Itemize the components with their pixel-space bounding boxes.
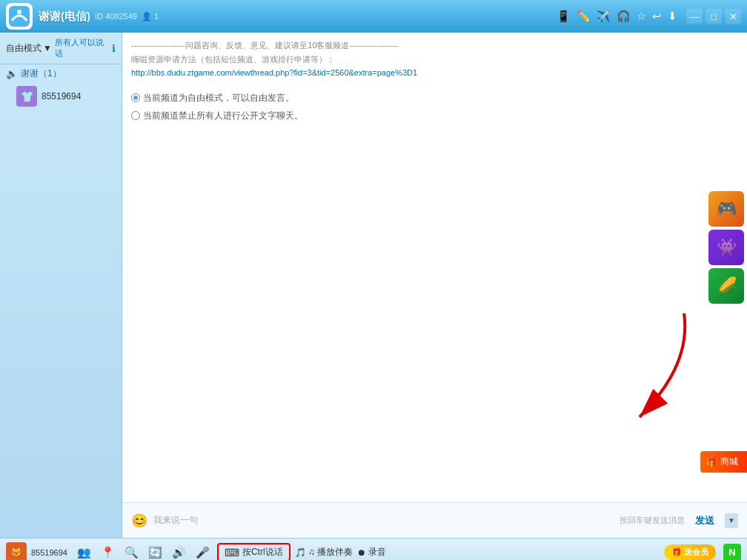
member-list-item[interactable]: 👕 85519694: [0, 83, 122, 110]
radio-dot-1: [131, 93, 140, 102]
music-label: ♫ 播放伴奏: [308, 546, 353, 559]
channel-mode-info: 当前频道为自由模式，可以自由发言。 当前频道禁止所有人进行公开文字聊天。: [131, 89, 738, 124]
location-icon[interactable]: 📍: [99, 543, 118, 561]
channel-name: 谢谢（1）: [21, 67, 62, 80]
game-icon-3[interactable]: 🌽: [708, 268, 744, 304]
public-text: 所有人可以说话: [55, 37, 110, 59]
public-info: 所有人可以说话 ℹ: [55, 37, 116, 59]
title-user-count: 👤 1: [142, 12, 159, 21]
svg-point-1: [17, 10, 21, 14]
star-icon[interactable]: ☆: [637, 10, 646, 23]
channel-icon: 🔈: [6, 68, 18, 79]
bottombar: 🐱 85519694 👥 📍 🔍 🔄 🔊 🎤 ⌨ 按Ctrl说话 🎵 ♫ 播放伴…: [0, 538, 747, 560]
bottom-avatar[interactable]: 🐱: [6, 542, 27, 561]
emoji-button[interactable]: 😊: [131, 513, 147, 529]
vip-button[interactable]: 🎁 送会员: [664, 544, 716, 560]
minimize-button[interactable]: —: [686, 9, 703, 24]
mode-info-2: 当前频道禁止所有人进行公开文字聊天。: [143, 107, 303, 124]
vip-label: 送会员: [684, 547, 708, 558]
shop-button[interactable]: 🎁 商城: [700, 451, 747, 473]
refresh-icon[interactable]: 🔄: [146, 543, 165, 561]
channel-label[interactable]: 🔈 谢谢（1）: [0, 64, 122, 83]
friends-icon[interactable]: 👥: [75, 543, 94, 561]
send-hint: 按回车键发送消息: [620, 515, 685, 526]
music-icon: 🎵: [295, 547, 306, 558]
game-icon-1[interactable]: 🎮: [708, 191, 744, 227]
mode-label: 自由模式: [6, 42, 42, 55]
notification-button[interactable]: N: [723, 544, 741, 561]
mobile-icon[interactable]: 📱: [557, 10, 571, 23]
arrow-annotation: [573, 306, 706, 424]
system-message: --------------------问题咨询、反馈、意见、建议请至10客服频…: [131, 39, 738, 80]
game-icon-2[interactable]: 👾: [708, 230, 744, 265]
avatar-image: 🐱: [11, 547, 21, 557]
mode-select[interactable]: 自由模式 ▼: [6, 42, 52, 55]
record-label: 录音: [368, 546, 386, 559]
mode-info-1: 当前频道为自由模式，可以自由发言。: [143, 89, 294, 107]
chat-messages: --------------------问题咨询、反馈、意见、建议请至10客服频…: [122, 33, 747, 502]
input-placeholder-text[interactable]: 我来说一句: [153, 514, 614, 527]
main-area: 自由模式 ▼ 所有人可以说话 ℹ 🔈 谢谢（1） 👕 85519694 ✏️ 编…: [0, 33, 747, 538]
send-options-button[interactable]: ▼: [725, 513, 738, 528]
mode-chevron-icon: ▼: [43, 43, 52, 53]
record-button[interactable]: ⏺ 录音: [357, 546, 386, 559]
member-name: 85519694: [42, 91, 81, 101]
title-app-name: 谢谢(电信): [39, 10, 90, 24]
audio-icon[interactable]: 🎧: [617, 10, 631, 23]
member-avatar: 👕: [16, 86, 37, 107]
titlebar: 谢谢(电信) ID 4082549 👤 1 📱 ✏️ ✈️ 🎧 ☆ ↩ ⬇ — …: [0, 0, 747, 33]
flight-icon[interactable]: ✈️: [597, 10, 611, 23]
volume-icon[interactable]: 🔊: [170, 543, 189, 561]
search-icon[interactable]: 🔍: [122, 543, 142, 561]
system-link[interactable]: http://bbs.dudu.ztgame.com/viewthread.ph…: [131, 68, 417, 77]
close-button[interactable]: ✕: [725, 9, 741, 24]
music-button[interactable]: 🎵 ♫ 播放伴奏: [295, 546, 353, 559]
side-icons: 🎮 👾 🌽: [706, 188, 747, 307]
vip-icon: 🎁: [671, 547, 682, 557]
reply-icon[interactable]: ↩: [652, 10, 662, 23]
radio-dot-2: [131, 111, 140, 120]
bottom-username: 85519694: [31, 548, 67, 557]
keyboard-icon: ⌨: [225, 547, 239, 559]
ctrl-talk-label: 按Ctrl说话: [242, 546, 283, 559]
shop-label: 商城: [720, 456, 738, 468]
window-controls: — □ ✕: [686, 9, 741, 24]
mic-icon[interactable]: 🎤: [193, 543, 213, 561]
download-icon[interactable]: ⬇: [668, 10, 677, 23]
title-toolbar: 📱 ✏️ ✈️ 🎧 ☆ ↩ ⬇: [557, 10, 677, 23]
input-area: 😊 我来说一句 按回车键发送消息 发送 ▼: [122, 502, 747, 538]
app-logo: [6, 3, 33, 30]
sidebar: 自由模式 ▼ 所有人可以说话 ℹ 🔈 谢谢（1） 👕 85519694: [0, 33, 122, 538]
chat-area: ✏️ 编辑 --------------------问题咨询、反馈、意见、建议请…: [122, 33, 747, 538]
edit-icon[interactable]: ✏️: [577, 10, 591, 23]
shop-icon: 🎁: [706, 457, 717, 467]
maximize-button[interactable]: □: [706, 9, 722, 24]
send-button[interactable]: 发送: [691, 513, 719, 529]
title-id: ID 4082549: [95, 12, 137, 21]
public-icon: ℹ: [112, 43, 116, 54]
ctrl-talk-button[interactable]: ⌨ 按Ctrl说话: [217, 543, 290, 560]
sidebar-header: 自由模式 ▼ 所有人可以说话 ℹ: [0, 33, 122, 64]
system-message-text: --------------------问题咨询、反馈、意见、建议请至10客服频…: [131, 41, 398, 64]
record-icon: ⏺: [357, 547, 366, 558]
